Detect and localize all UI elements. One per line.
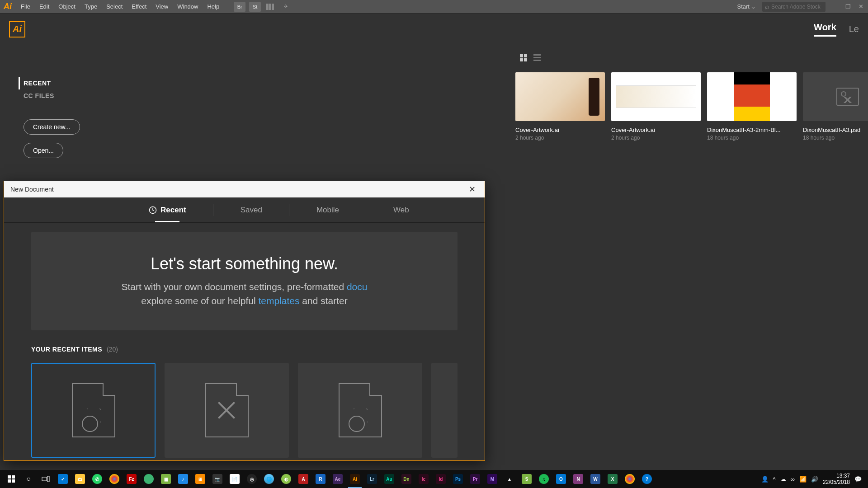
taskbar-app[interactable]: 📷	[209, 470, 226, 488]
grid-view-icon[interactable]	[520, 54, 527, 61]
taskbar-app[interactable]: Lr	[363, 470, 381, 488]
hero-text: Start with your own document settings, p…	[122, 280, 368, 308]
open-button[interactable]: Open...	[24, 143, 63, 158]
recent-file[interactable]: DixonMuscatII-A3.psd 18 hours ago	[803, 72, 868, 141]
menu-effect[interactable]: Effect	[127, 3, 151, 10]
gpu-icon[interactable]: ✈	[280, 2, 292, 12]
document-icon	[72, 383, 115, 437]
taskbar-app[interactable]	[621, 470, 638, 488]
taskbar-app[interactable]: Dn	[398, 470, 415, 488]
list-view-icon[interactable]	[533, 54, 541, 61]
search-stock[interactable]: ⌕	[762, 2, 826, 12]
maximize-button[interactable]: ❐	[844, 3, 852, 10]
taskbar-app[interactable]: ?	[638, 470, 656, 488]
bridge-icon[interactable]: Br	[234, 2, 245, 12]
tab-web[interactable]: Web	[366, 197, 436, 222]
taskbar-app[interactable]: 🌐	[260, 470, 278, 488]
taskbar-app[interactable]: Ae	[329, 470, 346, 488]
taskbar-app[interactable]: S	[518, 470, 535, 488]
people-icon[interactable]: 👤	[761, 476, 769, 483]
menu-view[interactable]: View	[151, 3, 173, 10]
taskbar-app[interactable]: N	[570, 470, 587, 488]
menu-edit[interactable]: Edit	[35, 3, 54, 10]
svg-rect-9	[533, 60, 541, 61]
wifi-icon[interactable]: 📶	[799, 476, 807, 483]
system-tray: 👤 ^ ☁ ∞ 📶 🔊 13:37 22/05/2018 💬	[761, 473, 865, 486]
taskbar-app[interactable]: ▦	[157, 470, 175, 488]
menu-select[interactable]: Select	[102, 3, 127, 10]
close-button[interactable]: ✕	[857, 3, 864, 10]
notifications-icon[interactable]: 💬	[854, 476, 862, 483]
taskbar-app[interactable]	[106, 470, 123, 488]
stock-icon[interactable]: St	[249, 2, 261, 12]
tab-saved[interactable]: Saved	[213, 197, 289, 222]
preset-item[interactable]	[31, 363, 156, 458]
menu-object[interactable]: Object	[54, 3, 80, 10]
tab-mobile[interactable]: Mobile	[289, 197, 366, 222]
taskbar-app[interactable]: O	[552, 470, 570, 488]
arrange-icon[interactable]	[264, 2, 276, 12]
task-view-button[interactable]	[37, 470, 54, 488]
taskbar-app[interactable]: A	[295, 470, 312, 488]
taskbar-app[interactable]: Ic	[415, 470, 432, 488]
tab-label: Saved	[241, 206, 262, 215]
taskbar-clock[interactable]: 13:37 22/05/2018	[823, 473, 850, 486]
thumbnail-preview	[803, 72, 868, 121]
taskbar-app[interactable]: R	[312, 470, 329, 488]
sidebar-item-recent[interactable]: RECENT	[19, 77, 80, 89]
sidebar-item-ccfiles[interactable]: CC FILES	[24, 89, 80, 102]
menu-help[interactable]: Help	[203, 3, 224, 10]
preset-item[interactable]	[431, 363, 458, 458]
taskbar-app[interactable]: ◐	[278, 470, 295, 488]
templates-link[interactable]: templates	[258, 296, 299, 306]
taskbar-app[interactable]: ♪	[175, 470, 192, 488]
search-input[interactable]	[771, 4, 823, 10]
hero-title: Let's start something new.	[151, 254, 338, 273]
taskbar-app[interactable]: ✓	[54, 470, 71, 488]
preset-item[interactable]	[165, 363, 289, 458]
tab-recent[interactable]: Recent	[122, 197, 213, 222]
taskbar-app[interactable]: Id	[432, 470, 449, 488]
taskbar-app[interactable]: ⊞	[192, 470, 209, 488]
taskbar-app[interactable]: ◎	[243, 470, 260, 488]
file-name: DixonMuscatII-A3.psd	[803, 127, 868, 133]
taskbar-app[interactable]: ♫	[535, 470, 552, 488]
tab-work[interactable]: Work	[814, 22, 836, 37]
workspace-switcher[interactable]: Start ⌵	[733, 3, 760, 10]
taskbar-app[interactable]: W	[587, 470, 604, 488]
menu-window[interactable]: Window	[173, 3, 203, 10]
cc-icon[interactable]: ∞	[791, 476, 795, 483]
taskbar-app[interactable]: Au	[381, 470, 398, 488]
taskbar-app[interactable]: ▲	[501, 470, 518, 488]
doc-presets-link[interactable]: docu	[347, 282, 368, 292]
taskbar-app-illustrator[interactable]: Ai	[346, 470, 363, 488]
create-new-button[interactable]: Create new...	[24, 119, 80, 135]
taskbar-app[interactable]: Ps	[449, 470, 467, 488]
taskbar-app[interactable]	[140, 470, 157, 488]
tray-chevron-icon[interactable]: ^	[773, 476, 776, 483]
recent-file[interactable]: Cover-Artwork.ai 2 hours ago	[515, 72, 605, 141]
hero-banner: Let's start something new. Start with yo…	[31, 232, 458, 330]
taskbar-app[interactable]: 🗀	[71, 470, 89, 488]
start-menu-button[interactable]	[3, 470, 20, 488]
menu-type[interactable]: Type	[80, 3, 102, 10]
recent-file[interactable]: Cover-Artwork.ai 2 hours ago	[611, 72, 701, 141]
tab-label: Mobile	[316, 206, 339, 215]
onedrive-icon[interactable]: ☁	[780, 476, 786, 483]
main-area: RECENT CC FILES Create new... Open... Co…	[0, 45, 868, 461]
dialog-close-button[interactable]: ✕	[466, 184, 478, 194]
taskbar-app[interactable]: ✆	[89, 470, 106, 488]
recent-file[interactable]: DixonMuscatII-A3-2mm-Bl... 18 hours ago	[707, 72, 797, 141]
taskbar-app[interactable]: 📄	[226, 470, 243, 488]
taskbar-app[interactable]: Pr	[467, 470, 484, 488]
cortana-button[interactable]: ○	[20, 470, 37, 488]
volume-icon[interactable]: 🔊	[811, 476, 818, 483]
taskbar-app[interactable]: Fz	[123, 470, 140, 488]
minimize-button[interactable]: —	[832, 3, 839, 10]
preset-item[interactable]	[298, 363, 422, 458]
taskbar-app[interactable]: M	[484, 470, 501, 488]
menu-file[interactable]: File	[16, 3, 35, 10]
taskbar-app[interactable]: X	[604, 470, 621, 488]
tab-learn[interactable]: Le	[849, 24, 859, 34]
app-badge-icon: Ai	[9, 21, 25, 38]
